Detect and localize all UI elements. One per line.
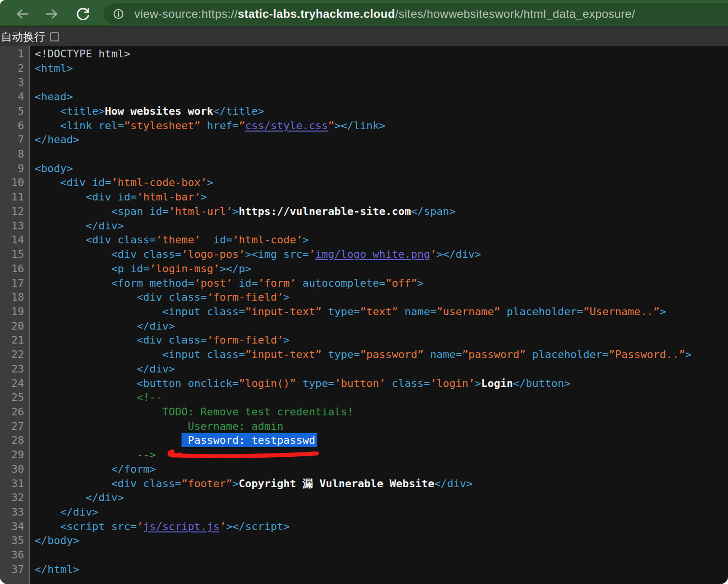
code-content-text: Login [481, 377, 513, 389]
code-tag: > [233, 205, 239, 217]
line-number: 11 [0, 190, 31, 204]
code-line: <div class=’form-field’> [31, 290, 728, 305]
code-tag: name= [424, 348, 462, 360]
code-tag: </div> [35, 506, 98, 518]
code-doctype: <!DOCTYPE html> [35, 48, 130, 60]
code-attr-value: ”login()” [239, 377, 296, 389]
code-tag: <div id= [35, 176, 111, 188]
line-number: 5 [0, 104, 31, 119]
code-attr-value: ’ [309, 248, 315, 260]
page-info-icon[interactable] [111, 7, 126, 21]
code-line-row: 35</body> [0, 533, 728, 548]
line-number: 27 [0, 419, 31, 434]
line-number: 32 [0, 491, 31, 505]
word-wrap-checkbox[interactable] [50, 32, 59, 41]
code-tag: autocomplete= [296, 277, 385, 289]
code-attr-value: ’html-code-box’ [111, 176, 207, 188]
code-line: --> [31, 448, 728, 462]
code-line: <div id=’html-code-box’> [31, 175, 728, 190]
code-tag: </title> [213, 105, 264, 117]
code-line-row: 27 Username: admin [0, 419, 728, 434]
code-tag: </span> [411, 205, 455, 217]
code-tag: </button> [513, 377, 570, 389]
code-attr-value: ”password” [462, 348, 525, 360]
code-tag: > [284, 291, 290, 303]
code-tag: > [200, 191, 207, 203]
line-number: 9 [0, 161, 31, 176]
forward-button[interactable] [44, 6, 60, 23]
code-tag: <form method= [35, 277, 194, 289]
code-tag: <html> [35, 62, 73, 74]
code-tag: </div> [434, 478, 472, 490]
line-number: 18 [0, 290, 31, 305]
reload-button[interactable] [75, 6, 91, 23]
code-line: <input class=”input-text” type=”text” na… [31, 305, 728, 319]
code-line-row: 15 <div class=’logo-pos’><img src=’img/l… [0, 247, 728, 262]
code-line: <!-- [31, 390, 728, 405]
code-tag: </html> [35, 563, 79, 575]
code-attr-value: ”stylesheet” [124, 119, 200, 132]
address-bar[interactable]: view-source:https://static-labs.tryhackm… [104, 3, 728, 25]
line-number: 7 [0, 133, 31, 147]
code-tag: <p id= [35, 263, 149, 275]
code-comment: TODO: Remove test credentials! [35, 406, 353, 418]
line-number: 3 [0, 75, 31, 90]
code-tag: <input class= [35, 348, 245, 360]
code-line-row: 2<html> [0, 61, 728, 76]
back-arrow-icon [14, 6, 30, 24]
code-tag: <div id= [35, 191, 137, 203]
url-text: view-source:https://static-labs.tryhackm… [134, 7, 635, 21]
code-line: <link rel=”stylesheet” href=”css/style.c… [31, 119, 728, 133]
code-link[interactable]: js/script.js [143, 520, 220, 532]
code-tag: ></p> [220, 263, 251, 275]
code-tag: <input class= [35, 305, 245, 318]
line-number: 35 [0, 533, 31, 548]
code-line: </div> [31, 505, 728, 519]
code-attr-value: ’html-url’ [169, 205, 232, 217]
code-line: <span id=’html-url’>https://vulnerable-s… [31, 204, 728, 219]
code-line-row: 1<!DOCTYPE html> [0, 47, 728, 61]
code-attr-value: ”off” [386, 277, 417, 289]
code-comment [35, 434, 182, 446]
code-line-row: 29 --> [0, 448, 728, 462]
code-line: <input class=”input-text” type=”password… [31, 347, 728, 362]
code-line-row: 26 TODO: Remove test credentials! [0, 405, 728, 419]
code-tag: > [475, 377, 481, 389]
code-attr-value: ’theme’ [156, 234, 201, 246]
code-tag: > [207, 176, 213, 188]
code-attr-value: ”Password..” [609, 348, 685, 360]
line-number: 25 [0, 390, 31, 405]
line-number: 14 [0, 233, 31, 247]
code-tag: <div class= [35, 334, 207, 346]
code-line-row: 23 </div> [0, 362, 728, 376]
back-button[interactable] [14, 6, 30, 23]
code-link[interactable]: img/logo_white.png [315, 248, 430, 260]
code-link[interactable]: css/style.css [245, 119, 328, 132]
code-tag: placeholder= [526, 348, 609, 360]
browser-window: view-source:https://static-labs.tryhackm… [0, 0, 728, 584]
line-number: 21 [0, 333, 31, 347]
code-line-row: 12 <span id=’html-url’>https://vulnerabl… [0, 204, 728, 219]
code-tag: type= [322, 305, 360, 318]
code-line-row: 6 <link rel=”stylesheet” href=”css/style… [0, 119, 728, 133]
word-wrap-label: 自动换行 [1, 31, 45, 42]
line-number: 12 [0, 204, 31, 219]
code-line-row: 22 <input class=”input-text” type=”passw… [0, 347, 728, 362]
code-tag: <div class= [35, 291, 207, 303]
line-number: 4 [0, 90, 31, 104]
selected-text: Password: testpasswd [182, 433, 317, 447]
code-attr-value: ’ [220, 520, 226, 532]
line-number: 19 [0, 305, 31, 319]
code-tag: <div class= [35, 478, 182, 490]
code-attr-value: ”text” [360, 305, 398, 318]
code-line: TODO: Remove test credentials! [31, 405, 728, 419]
code-line-row: 24 <button onclick=”login()” type=’butto… [0, 376, 728, 391]
line-number: 6 [0, 119, 31, 133]
code-line-row: 9<body> [0, 161, 728, 176]
code-line: </head> [31, 133, 728, 147]
code-line: </body> [31, 533, 728, 548]
code-attr-value: ’form-field’ [207, 334, 284, 346]
code-line-row: 13 </div> [0, 219, 728, 233]
source-view: 1<!DOCTYPE html>2<html>34<head>5 <title>… [0, 46, 728, 584]
code-line-row: 33 </div> [0, 505, 728, 519]
